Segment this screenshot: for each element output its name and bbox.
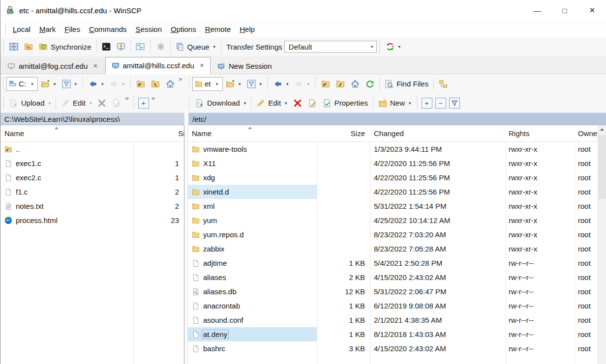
panel-splitter[interactable] [184, 125, 188, 364]
menu-files[interactable]: Files [60, 23, 85, 35]
remote-column-header-name[interactable]: Name [188, 129, 317, 138]
maximize-button[interactable]: □ [551, 0, 578, 21]
chevron-down-icon[interactable]: ▾ [213, 44, 216, 49]
menu-local[interactable]: Local [8, 23, 35, 35]
tab-amittal-fog-ccsf-edu[interactable]: amittal@fog.ccsf.edu✕ [1, 58, 104, 74]
commander-layout-button[interactable] [6, 40, 21, 53]
tab-close-icon[interactable]: ✕ [93, 63, 97, 69]
file-row-vmware-tools[interactable]: vmware-tools1/3/2023 9:44:11 PMrwxr-xr-x… [188, 142, 606, 156]
remote-path-bar[interactable]: /etc/ [188, 112, 606, 125]
toolbar-grip[interactable] [314, 77, 317, 90]
vertical-scrollbar[interactable] [598, 125, 606, 364]
chevron-down-icon[interactable]: ▾ [409, 101, 411, 106]
remote-refresh-button[interactable] [363, 78, 377, 90]
toolbar-overflow-chevron[interactable]: » [152, 94, 155, 102]
local-path-bar[interactable]: C:\WebSite\Learn\2\linuxa\process\ [0, 112, 184, 125]
file-row-yum.repos.d[interactable]: yum.repos.d8/23/2022 7:03:20 AMrwxr-xr-x… [188, 227, 606, 242]
chevron-down-icon[interactable]: ▾ [398, 44, 401, 49]
close-button[interactable]: ✕ [578, 0, 606, 21]
chevron-down-icon[interactable]: ▾ [122, 82, 125, 86]
file-row-anacrontab[interactable]: anacrontab1 KB6/12/2019 9:08:08 AMrw-r--… [188, 299, 606, 313]
find-files-button[interactable]: Find Files [382, 78, 431, 90]
file-row-at.deny[interactable]: at.deny1 KB8/12/2018 1:43:03 AMrw-r--r--… [188, 327, 606, 341]
chevron-down-icon[interactable]: ▾ [239, 82, 241, 86]
toolbar-grip[interactable] [149, 40, 152, 53]
local-add-column-button[interactable]: + [138, 98, 149, 109]
file-row-xinetd.d[interactable]: xinetd.d4/22/2020 11:25:56 PMrwxr-xr-xro… [188, 185, 606, 199]
new-button[interactable]: New ▾ [375, 97, 414, 110]
file-row-..[interactable]: .. [0, 142, 184, 156]
remote-column-header-owner[interactable]: Owner [575, 129, 598, 138]
tab-close-icon[interactable]: ✕ [200, 62, 204, 69]
menu-options[interactable]: Options [166, 23, 201, 35]
file-row-notes.txt[interactable]: notes.txt2 [0, 199, 184, 213]
chevron-down-icon[interactable]: ▾ [90, 101, 92, 106]
remote-column-header-changed[interactable]: Changed [370, 129, 506, 138]
chevron-down-icon[interactable]: ▾ [49, 101, 51, 106]
file-row-xdg[interactable]: xdg4/22/2020 11:25:56 PMrwxr-xr-xroot [188, 170, 606, 185]
file-row-adjtime[interactable]: adjtime1 KB5/4/2021 2:50:28 PMrw-r--r--r… [188, 256, 606, 270]
remote-edit-new-button[interactable] [305, 97, 320, 110]
upload-button[interactable]: Upload ▾ [6, 97, 54, 110]
synchronize-button[interactable]: Synchronize [36, 40, 94, 53]
toolbar-grip[interactable] [132, 96, 135, 110]
toolbar-grip[interactable] [188, 96, 191, 110]
chevron-down-icon[interactable]: ▾ [213, 78, 221, 90]
remote-filter-toggle-button[interactable] [449, 98, 460, 109]
synchronize-browsing-button[interactable] [21, 40, 36, 53]
remote-directory-dropdown[interactable]: et ▾ [192, 77, 223, 91]
preferences-button[interactable] [153, 40, 168, 53]
chevron-down-icon[interactable]: ▾ [285, 101, 287, 106]
local-column-header-size[interactable]: Size [133, 129, 184, 138]
toolbar-grip[interactable] [188, 77, 191, 90]
toolbar-overflow-chevron[interactable]: » [179, 75, 182, 83]
toolbar-grip[interactable] [2, 40, 5, 53]
toolbar-overflow-chevron[interactable]: » [125, 94, 128, 102]
toolbar-grip[interactable] [2, 77, 5, 90]
remote-back-button[interactable]: ▾ [271, 78, 292, 90]
file-row-f1.c[interactable]: f1.c2 [0, 185, 184, 199]
menu-help[interactable]: Help [235, 23, 259, 35]
toolbar-grip[interactable] [416, 96, 419, 110]
chevron-down-icon[interactable]: ▾ [101, 82, 104, 86]
synchronize-panels-button[interactable] [133, 40, 148, 53]
remote-root-directory-button[interactable] [333, 78, 348, 90]
queue-button[interactable]: Queue ▾ [173, 40, 219, 53]
transfer-options-button[interactable]: ▾ [383, 40, 404, 53]
file-row-exec2.c[interactable]: exec2.c1 [0, 170, 184, 185]
title-bar[interactable]: etc - amittal@hills.ccsf.edu - WinSCP — … [0, 0, 606, 21]
tab-amittal-hills-ccsf-edu[interactable]: amittal@hills.ccsf.edu✕ [105, 57, 211, 74]
open-console-button[interactable] [114, 40, 128, 53]
transfer-settings-dropdown[interactable]: Default ▾ [284, 41, 377, 53]
local-back-button[interactable]: ▾ [86, 78, 107, 90]
file-row-asound.conf[interactable]: asound.conf1 KB2/1/2021 4:38:35 AMrw-r--… [188, 313, 606, 327]
remote-forward-button[interactable]: ▾ [292, 78, 313, 90]
toolbar-grip[interactable] [81, 77, 84, 90]
remote-open-directory-button[interactable]: ▾ [223, 78, 244, 90]
chevron-down-icon[interactable]: ▾ [244, 101, 246, 106]
remote-filter-button[interactable]: ▾ [244, 78, 265, 90]
local-forward-button[interactable]: ▾ [107, 78, 128, 90]
local-open-directory-button[interactable]: ▾ [38, 78, 59, 90]
properties-button[interactable]: Properties [320, 97, 371, 110]
toolbar-grip[interactable] [220, 40, 223, 53]
file-row-xml[interactable]: xml5/31/2022 1:54:14 PMrwxr-xr-xroot [188, 199, 606, 213]
file-row-process.html[interactable]: process.html23 [0, 213, 184, 227]
menu-session[interactable]: Session [131, 23, 166, 35]
local-root-directory-button[interactable] [148, 78, 163, 90]
toolbar-grip[interactable] [378, 40, 381, 53]
local-column-header-name[interactable]: Name [0, 129, 133, 138]
minimize-button[interactable]: — [523, 0, 551, 21]
menu-mark[interactable]: Mark [35, 23, 60, 35]
chevron-down-icon[interactable]: ▾ [260, 82, 262, 86]
remote-edit-button[interactable]: Edit ▾ [253, 97, 290, 110]
remote-add-column-button[interactable]: + [422, 98, 432, 109]
local-parent-directory-button[interactable] [133, 78, 148, 90]
file-row-X11[interactable]: X114/22/2020 11:25:56 PMrwxr-xr-xroot [188, 156, 606, 170]
menu-remote[interactable]: Remote [201, 23, 236, 35]
open-terminal-button[interactable] [99, 40, 114, 53]
local-home-directory-button[interactable] [163, 78, 178, 90]
chevron-down-icon[interactable]: ▾ [368, 41, 376, 52]
file-row-aliases[interactable]: aliases2 KB4/15/2020 2:43:02 AMrw-r--r--… [188, 270, 606, 284]
local-delete-button[interactable] [94, 97, 109, 110]
